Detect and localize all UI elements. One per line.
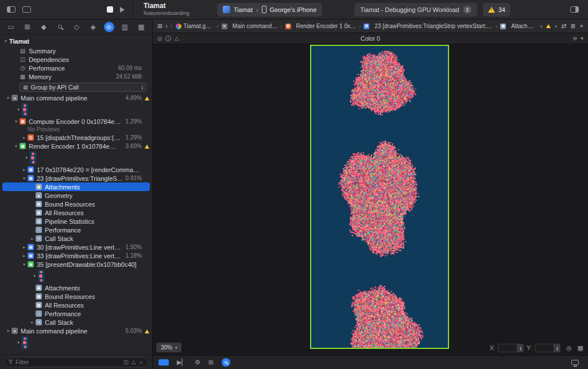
activity-status[interactable]: Tiamat - Debugging GPU Workload 2: [354, 3, 477, 17]
nav-root-row[interactable]: ▾ Tiamat: [0, 36, 152, 46]
issues-badge[interactable]: 34: [483, 3, 510, 17]
play-button[interactable]: [120, 7, 125, 13]
nav-row[interactable]: ▸▥15 [dispatchThreadgroups:{…1.29%: [0, 133, 152, 142]
scope-icon[interactable]: ◫: [123, 359, 129, 365]
nav-row[interactable]: ▾▦23 [drawPrimitives:TriangleS…0.91%: [0, 174, 152, 182]
inspector-toggle-icon[interactable]: [570, 6, 579, 13]
nav-row[interactable]: ▾▦Compute Encoder 0 0x10784e…1.29%: [0, 117, 152, 126]
editor-layout-icon[interactable]: [22, 6, 31, 13]
disclosure-chevron[interactable]: ▾: [13, 119, 20, 124]
nav-row[interactable]: ▩All Resources: [0, 208, 152, 217]
breadcrumb-item[interactable]: ▦Render Encoder 1 0x10784e22: [285, 23, 357, 29]
disclosure-chevron[interactable]: ▾: [13, 144, 20, 149]
related-items-icon[interactable]: ⊞: [157, 23, 163, 29]
menu-icon[interactable]: ▾: [581, 36, 583, 41]
breadcrumb-item[interactable]: ▣Attachments: [500, 23, 533, 29]
disclosure-chevron[interactable]: ▾: [5, 329, 11, 333]
disclosure-chevron[interactable]: ▾: [31, 274, 38, 278]
next-issue-icon[interactable]: ›: [555, 23, 557, 29]
preview-thumbnail-row[interactable]: ▾: [0, 335, 152, 350]
disclosure-chevron[interactable]: ▾: [5, 96, 11, 100]
scheme-selector[interactable]: Tiamat › George's iPhone: [217, 3, 323, 17]
recent-filter-icon[interactable]: ☼: [138, 359, 144, 365]
shader-profiler-icon[interactable]: [222, 358, 230, 367]
nav-row[interactable]: ▸≡Call Stack: [0, 234, 152, 243]
nav-row[interactable]: ▾▣35 [presentDrawable:0x107bb0c40]: [0, 260, 152, 269]
disclosure-chevron[interactable]: ▸: [21, 135, 28, 140]
search-icon[interactable]: [55, 21, 66, 33]
info-icon[interactable]: i: [165, 36, 171, 41]
warning-icon[interactable]: [546, 24, 551, 28]
breadcrumb-item[interactable]: Tiamat.gputrace: [176, 23, 214, 29]
nav-row[interactable]: ◔Performance: [0, 309, 152, 318]
y-input[interactable]: [535, 344, 554, 352]
list-icon[interactable]: ≣: [570, 23, 575, 29]
nav-row[interactable]: ▸▦30 [drawPrimitives:Line vert…1.50%: [0, 243, 152, 251]
back-icon[interactable]: ‹: [165, 23, 168, 29]
nav-row[interactable]: ▸▦17 0x10784e220 = [renderComma…: [0, 165, 152, 174]
pixel-grid-icon[interactable]: ▦: [578, 344, 583, 352]
nav-row[interactable]: ◫Dependencies: [0, 55, 152, 64]
filter-input[interactable]: Filter ◫ △ ☼: [4, 357, 148, 367]
disclosure-chevron[interactable]: ▸: [29, 320, 36, 325]
warning-icon[interactable]: △: [175, 36, 179, 41]
resource-preview-thumbnail[interactable]: [22, 336, 28, 349]
nav-row[interactable]: ◔Performance: [0, 226, 152, 234]
resource-preview-thumbnail[interactable]: [30, 152, 36, 164]
gear-icon[interactable]: ⚙: [195, 359, 200, 366]
nav-row[interactable]: ▸▦33 [drawPrimitives:Line vert…1.18%: [0, 251, 152, 260]
preview-thumbnail-row[interactable]: ▾: [0, 150, 152, 165]
navigator-toggle-icon[interactable]: [7, 6, 16, 13]
nav-row[interactable]: ▦Bound Resources: [0, 292, 152, 301]
resource-preview-thumbnail[interactable]: [22, 103, 28, 116]
zoom-control[interactable]: 30% ▾: [156, 343, 182, 352]
x-input[interactable]: [498, 344, 517, 352]
issues-icon[interactable]: ◇: [71, 21, 82, 33]
folder-icon[interactable]: ▭: [5, 21, 17, 33]
disclosure-chevron[interactable]: ▸: [29, 236, 36, 241]
disclosure-chevron[interactable]: ▸: [21, 254, 28, 258]
breadcrumb-item[interactable]: ●Main command pipeline: [222, 23, 278, 29]
nav-row[interactable]: ▾▦Render Encoder 1 0x10784e…3.60%: [0, 142, 152, 150]
forward-icon[interactable]: ›: [171, 23, 173, 29]
nav-row[interactable]: ▣Attachments: [0, 283, 152, 292]
disclosure-chevron[interactable]: ▾: [15, 340, 22, 345]
resource-preview-thumbnail[interactable]: [38, 270, 44, 282]
resume-icon[interactable]: ▶▏: [177, 359, 187, 366]
disclosure-chevron[interactable]: ▾: [2, 39, 9, 44]
bookmark-icon[interactable]: ◆: [38, 21, 49, 33]
display-icon[interactable]: [571, 360, 579, 365]
grid-icon[interactable]: ⊞: [208, 359, 214, 366]
disclosure-chevron[interactable]: ▾: [21, 262, 28, 267]
y-stepper[interactable]: ▴▾: [554, 344, 560, 352]
nav-row[interactable]: ▤Summary: [0, 46, 152, 55]
preview-thumbnail-row[interactable]: ▾: [0, 102, 152, 117]
nav-row[interactable]: ▲Geometry: [0, 191, 152, 200]
zoom-out-icon[interactable]: ⊖: [572, 36, 577, 41]
memory-icon[interactable]: ▥: [119, 21, 130, 33]
nav-row[interactable]: ▾●Main command pipeline4.89%: [0, 94, 152, 102]
disclosure-chevron[interactable]: ▾: [15, 107, 22, 112]
nav-row[interactable]: ▾●Main command pipeline5.03%: [0, 327, 152, 335]
x-stepper[interactable]: ▴▾: [517, 344, 524, 352]
target-icon[interactable]: ◎: [157, 36, 162, 41]
flag-icon[interactable]: ⊠: [22, 21, 33, 33]
disclosure-chevron[interactable]: ▾: [23, 156, 30, 160]
warnings-filter-icon[interactable]: △: [131, 359, 136, 365]
nav-row[interactable]: ▦Bound Resources: [0, 200, 152, 208]
crosshair-icon[interactable]: ◎: [566, 344, 572, 352]
preview-thumbnail-row[interactable]: ▾: [0, 269, 152, 283]
nav-row[interactable]: ▸≡Call Stack: [0, 318, 152, 327]
color-attachment-image[interactable]: [311, 46, 448, 348]
add-icon[interactable]: +: [580, 23, 583, 29]
nav-row[interactable]: ◷Performance60.09 ms: [0, 64, 152, 72]
stop-button[interactable]: [107, 6, 113, 13]
disclosure-chevron[interactable]: ▸: [21, 245, 28, 250]
tests-icon[interactable]: ◈: [87, 21, 99, 33]
prev-issue-icon[interactable]: ‹: [540, 23, 543, 29]
disclosure-chevron[interactable]: ▸: [21, 168, 28, 172]
group-by-api-call-dropdown[interactable]: ▦Group by API Call▴▾: [20, 83, 146, 92]
counterparts-icon[interactable]: ⇄: [561, 23, 566, 29]
gpu-frame-icon[interactable]: ◎: [104, 22, 114, 32]
nav-row[interactable]: ▣Attachments: [2, 182, 150, 191]
